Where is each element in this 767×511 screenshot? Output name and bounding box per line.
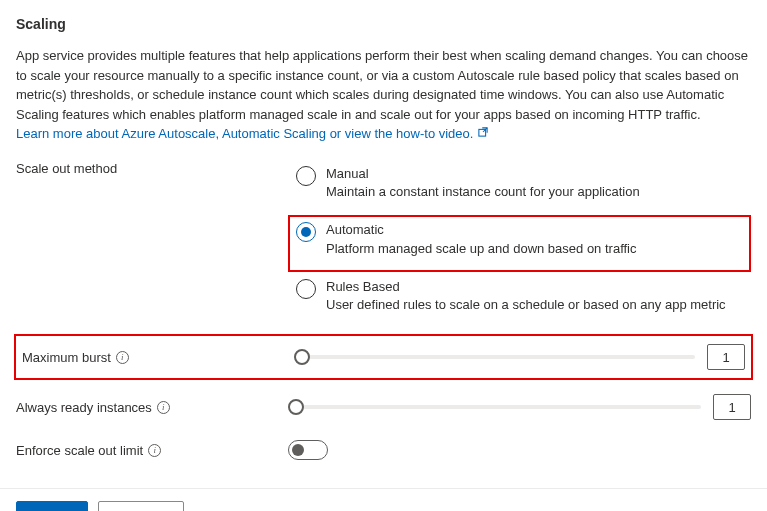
discard-button[interactable]: Discard bbox=[98, 501, 184, 511]
always-ready-slider[interactable] bbox=[288, 397, 701, 417]
radio-option-manual[interactable]: Manual Maintain a constant instance coun… bbox=[288, 159, 751, 215]
enforce-limit-label: Enforce scale out limit bbox=[16, 443, 143, 458]
learn-more-link[interactable]: Learn more about Azure Autoscale, Automa… bbox=[16, 126, 489, 141]
always-ready-label: Always ready instances bbox=[16, 400, 152, 415]
info-icon[interactable]: i bbox=[116, 351, 129, 364]
always-ready-row: Always ready instances i bbox=[16, 384, 751, 430]
radio-title: Automatic bbox=[326, 221, 743, 239]
slider-thumb[interactable] bbox=[294, 349, 310, 365]
radio-icon bbox=[296, 222, 316, 242]
radio-title: Rules Based bbox=[326, 278, 743, 296]
footer-bar: Save Discard bbox=[0, 488, 767, 511]
external-link-icon bbox=[477, 126, 489, 141]
radio-icon bbox=[296, 166, 316, 186]
info-icon[interactable]: i bbox=[157, 401, 170, 414]
enforce-limit-toggle[interactable] bbox=[288, 440, 328, 460]
scale-out-method-label: Scale out method bbox=[16, 159, 288, 176]
radio-subtitle: Maintain a constant instance count for y… bbox=[326, 183, 743, 201]
maximum-burst-slider[interactable] bbox=[294, 347, 695, 367]
slider-thumb[interactable] bbox=[288, 399, 304, 415]
toggle-knob bbox=[292, 444, 304, 456]
learn-more-text: Learn more about Azure Autoscale, Automa… bbox=[16, 126, 473, 141]
radio-icon bbox=[296, 279, 316, 299]
radio-title: Manual bbox=[326, 165, 743, 183]
radio-subtitle: Platform managed scale up and down based… bbox=[326, 240, 743, 258]
scaling-description: App service provides multiple features t… bbox=[16, 46, 751, 124]
scale-out-method-group: Manual Maintain a constant instance coun… bbox=[288, 159, 751, 328]
info-icon[interactable]: i bbox=[148, 444, 161, 457]
save-button[interactable]: Save bbox=[16, 501, 88, 511]
maximum-burst-input[interactable] bbox=[707, 344, 745, 370]
slider-track bbox=[288, 405, 701, 409]
maximum-burst-label: Maximum burst bbox=[22, 350, 111, 365]
always-ready-input[interactable] bbox=[713, 394, 751, 420]
maximum-burst-row: Maximum burst i bbox=[14, 334, 753, 380]
enforce-limit-row: Enforce scale out limit i bbox=[16, 430, 751, 470]
radio-option-automatic[interactable]: Automatic Platform managed scale up and … bbox=[288, 215, 751, 271]
radio-option-rules[interactable]: Rules Based User defined rules to scale … bbox=[288, 272, 751, 328]
page-title: Scaling bbox=[16, 16, 751, 32]
slider-track bbox=[294, 355, 695, 359]
radio-subtitle: User defined rules to scale on a schedul… bbox=[326, 296, 743, 314]
